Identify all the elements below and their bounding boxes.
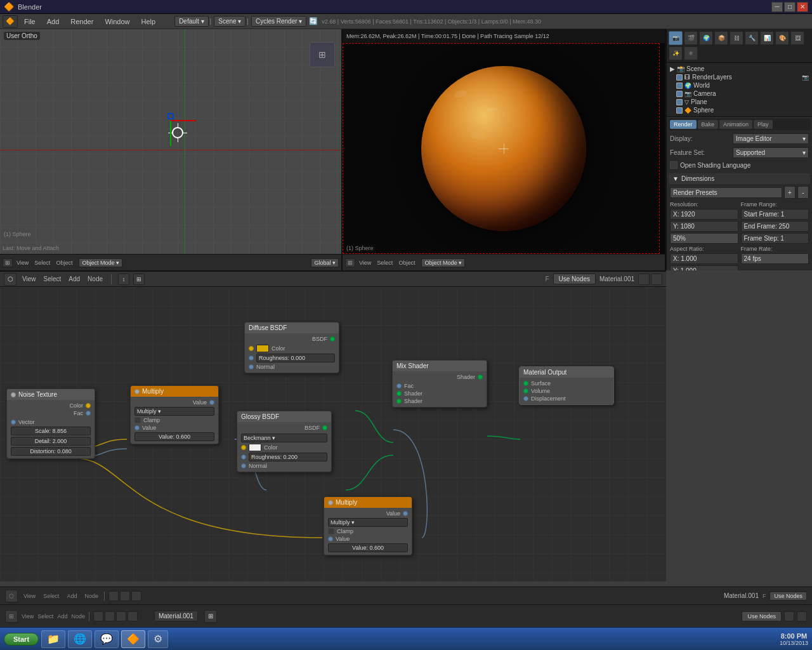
node-icon-1[interactable]: ↕ [118,274,129,285]
frame-step-field[interactable]: Frame Step: 1 [741,233,809,244]
menu-window[interactable]: Window [100,17,134,27]
mode-dropdown-right[interactable]: Object Mode ▾ [421,258,465,267]
sb1-view[interactable]: View [22,592,37,600]
left-3d-viewport[interactable]: User Ortho (1) Sphere Last: Move and Att… [0,29,343,270]
presets-add[interactable]: + [784,186,796,199]
start-frame-field[interactable]: Start Frame: 1 [741,209,809,220]
scene-root[interactable]: ▶📸Scene [669,65,810,73]
use-nodes-bottom[interactable]: Use Nodes [742,611,782,621]
multiply1-clamp-checkbox[interactable] [134,417,141,423]
object-menu-right[interactable]: Object [396,259,417,267]
object-menu-left[interactable]: Object [54,259,74,267]
multiply2-node[interactable]: Multiply Value Multiply ▾ Clamp Value [324,496,412,555]
scene-item-renderlayers[interactable]: 🎞RenderLayers 📷 [669,73,810,81]
menu-add[interactable]: Add [42,17,65,27]
node-icon-2[interactable]: ⊞ [133,274,145,285]
scene-dropdown[interactable]: Scene ▾ [214,16,246,27]
node-editor-icon[interactable]: ⬡ [4,273,16,286]
diffuse-bsdf-node[interactable]: Diffuse BSDF BSDF Color Roughness: 0.00 [244,322,339,373]
res-x-field[interactable]: X: 1920 [670,209,738,220]
tab-data[interactable]: 📊 [760,31,774,45]
node-node-menu[interactable]: Node [86,275,105,283]
subtab-render[interactable]: Render [670,120,697,129]
bs2-select[interactable]: Select [37,613,53,620]
diffuse-roughness[interactable]: Roughness: 0.000 [256,354,335,362]
nav-cube[interactable]: ⊞ [310,42,335,67]
display-dropdown[interactable]: Image Editor ▾ [733,133,809,144]
noise-distortion[interactable]: Distortion: 0.080 [11,447,91,456]
open-shading-checkbox[interactable] [670,161,678,169]
multiply1-value[interactable]: Value: 0.600 [134,432,214,441]
sb1-add[interactable]: Add [65,592,79,600]
tab-scene[interactable]: 🎬 [684,31,698,45]
use-nodes-btn[interactable]: Use Nodes [553,274,596,284]
frame-nav-1[interactable]: ⊞ [204,610,217,623]
node-add-menu[interactable]: Add [67,275,82,283]
node-view-menu[interactable]: View [20,275,38,283]
end-frame-field[interactable]: End Frame: 250 [741,221,809,232]
aspect-x-field[interactable]: X: 1.000 [670,253,738,264]
taskbar-blender-btn[interactable]: 🔶 [121,630,145,648]
multiply1-node[interactable]: Multiply Value Multiply ▾ Clamp Value [130,385,219,444]
view-icon[interactable]: ⊞ [3,258,13,267]
scene-item-plane[interactable]: ▽Plane [669,98,810,106]
mix-shader-node[interactable]: Mix Shader Shader Fac Shader [392,360,487,408]
tab-render[interactable]: 📷 [669,31,683,45]
menu-help[interactable]: Help [136,17,161,27]
glossy-bsdf-node[interactable]: Glossy BSDF BSDF Beckmann ▾ Color [237,411,332,472]
tab-constraints[interactable]: ⛓ [730,31,743,45]
tab-world[interactable]: 🌍 [699,31,713,45]
use-nodes-status[interactable]: Use Nodes [769,592,807,600]
scene-item-camera[interactable]: 📷Camera [669,90,810,98]
mode-dropdown-left[interactable]: Object Mode ▾ [79,258,122,267]
view-menu-left[interactable]: View [15,259,30,267]
taskbar-settings-btn[interactable]: ⚙ [148,630,168,648]
bs2-icon[interactable]: ⊞ [5,610,18,623]
dimensions-section-header[interactable]: ▼ Dimensions [669,173,810,184]
diffuse-color-swatch[interactable] [256,345,269,352]
select-menu-right[interactable]: Select [375,259,395,267]
res-y-field[interactable]: Y: 1080 [670,221,738,232]
sb1-select[interactable]: Select [41,592,61,600]
taskbar-chrome-btn[interactable]: 🌐 [68,630,92,648]
minimize-button[interactable]: ─ [771,2,783,12]
multiply2-value[interactable]: Value: 0.600 [328,543,408,552]
workspace-dropdown[interactable]: Default ▾ [174,16,208,27]
aspect-y-field[interactable]: Y: 1.000 [670,265,738,270]
renderer-dropdown[interactable]: Cycles Render ▾ [251,16,306,27]
tab-particles[interactable]: ✨ [669,46,683,60]
maximize-button[interactable]: □ [784,2,796,12]
scene-item-world[interactable]: 🌍World [669,81,810,90]
tab-texture[interactable]: 🖼 [790,31,804,45]
sb1-node[interactable]: Node [82,592,100,600]
multiply2-dropdown[interactable]: Multiply ▾ [328,518,408,527]
glossy-roughness[interactable]: Roughness: 0.200 [249,453,327,461]
global-dropdown[interactable]: Global ▾ [311,258,339,267]
node-select-menu[interactable]: Select [42,275,63,283]
render-viewport[interactable]: Mem:26.62M, Peak:26.62M | Time:00:01.75 … [343,29,666,270]
bs2-add[interactable]: Add [57,613,67,620]
menu-file[interactable]: File [19,17,41,27]
material-output-node[interactable]: Material Output Surface Volume Displacem… [519,366,614,405]
scene-item-sphere[interactable]: 🔶Sphere [669,106,810,114]
tab-modifiers[interactable]: 🔧 [745,31,759,45]
subtab-bake[interactable]: Bake [698,120,719,129]
node-canvas[interactable]: Noise Texture Color Fac Vector [0,287,666,581]
sb1-icon[interactable]: ⬡ [5,590,18,602]
multiply2-clamp-checkbox[interactable] [328,528,334,534]
render-presets-dropdown[interactable]: Render Presets [670,187,782,198]
res-pct-field[interactable]: 50% [670,233,738,244]
select-menu-left[interactable]: Select [32,259,52,267]
view-icon-r[interactable]: ⊞ [345,258,355,267]
noise-texture-node[interactable]: Noise Texture Color Fac Vector [6,388,95,459]
feature-set-dropdown[interactable]: Supported ▾ [733,147,809,158]
taskbar-skype-btn[interactable]: 💬 [95,630,119,648]
frame-rate-dropdown[interactable]: 24 fps [741,253,809,264]
view-menu-right[interactable]: View [357,259,373,267]
glossy-color-swatch[interactable] [249,444,261,451]
tab-physics[interactable]: ⚛ [684,46,698,60]
noise-detail[interactable]: Detail: 2.000 [11,437,91,446]
menu-render[interactable]: Render [65,17,98,27]
taskbar-explorer-btn[interactable]: 📁 [41,630,65,648]
start-button[interactable]: Start [4,633,39,646]
